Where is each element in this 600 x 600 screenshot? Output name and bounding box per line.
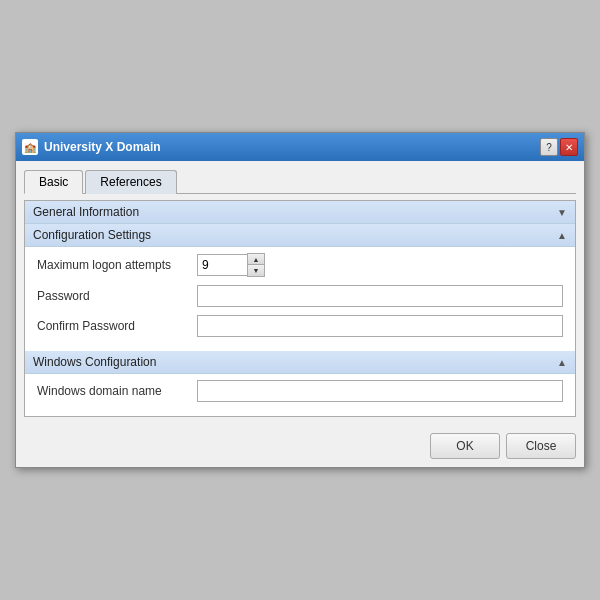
confirm-password-input[interactable] [197,315,563,337]
section-label-configuration-settings: Configuration Settings [33,228,151,242]
close-button[interactable]: Close [506,433,576,459]
section-arrow-windows-configuration: ▲ [557,357,567,368]
tab-references[interactable]: References [85,170,176,194]
title-bar: 🏫 University X Domain ? ✕ [16,133,584,161]
window-title: University X Domain [44,140,161,154]
max-logon-row: Maximum logon attempts ▲ ▼ [37,253,563,277]
title-bar-buttons: ? ✕ [540,138,578,156]
windows-domain-input[interactable] [197,380,563,402]
max-logon-label: Maximum logon attempts [37,258,197,272]
spinner-down-button[interactable]: ▼ [248,265,264,276]
confirm-password-row: Confirm Password [37,315,563,337]
dialog-body: Basic References General Information ▼ C… [16,161,584,425]
close-window-button[interactable]: ✕ [560,138,578,156]
max-logon-spinner: ▲ ▼ [197,253,265,277]
section-arrow-general-information: ▼ [557,207,567,218]
password-row: Password [37,285,563,307]
confirm-password-label: Confirm Password [37,319,197,333]
configuration-settings-form: Maximum logon attempts ▲ ▼ Password [25,247,575,351]
tab-basic[interactable]: Basic [24,170,83,194]
password-input[interactable] [197,285,563,307]
main-panel: General Information ▼ Configuration Sett… [24,200,576,417]
help-button[interactable]: ? [540,138,558,156]
section-header-configuration-settings[interactable]: Configuration Settings ▲ [25,224,575,247]
windows-domain-row: Windows domain name [37,380,563,402]
window-icon: 🏫 [22,139,38,155]
section-header-general-information[interactable]: General Information ▼ [25,201,575,224]
title-bar-left: 🏫 University X Domain [22,139,161,155]
tabs: Basic References [24,169,576,194]
spinner-buttons: ▲ ▼ [247,253,265,277]
section-header-windows-configuration[interactable]: Windows Configuration ▲ [25,351,575,374]
section-arrow-configuration-settings: ▲ [557,230,567,241]
dialog-footer: OK Close [16,425,584,467]
password-label: Password [37,289,197,303]
windows-configuration-form: Windows domain name [25,374,575,416]
dialog-window: 🏫 University X Domain ? ✕ Basic Referenc… [15,132,585,468]
ok-button[interactable]: OK [430,433,500,459]
windows-domain-label: Windows domain name [37,384,197,398]
max-logon-input[interactable] [197,254,247,276]
section-label-general-information: General Information [33,205,139,219]
spinner-up-button[interactable]: ▲ [248,254,264,265]
section-label-windows-configuration: Windows Configuration [33,355,156,369]
